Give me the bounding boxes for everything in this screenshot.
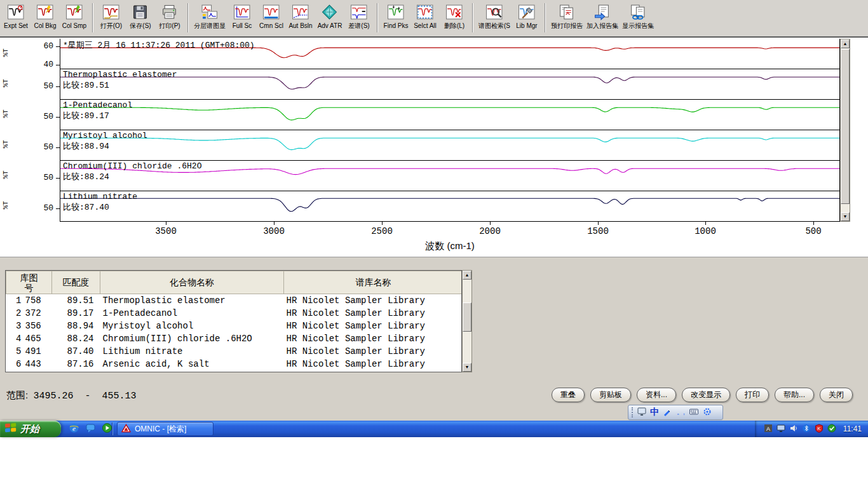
help-button[interactable]: 帮助...	[775, 388, 814, 402]
toolbar-button-select-all[interactable]: Selct All	[410, 2, 440, 30]
x-axis-tick-label: 1000	[695, 226, 716, 236]
media-player-icon[interactable]	[102, 423, 112, 435]
handwriting-pen-icon[interactable]	[662, 407, 672, 419]
scroll-down-button[interactable]: ▼	[463, 363, 471, 372]
toolbar-button-advanced-atr[interactable]: Adv ATR	[315, 2, 344, 30]
spectrum-match-score: 比较:87.40	[63, 201, 109, 213]
result-row-4[interactable]: 446588.24Chromium(III) chloride .6H2OHR …	[6, 332, 463, 345]
toolbar-button-subtract[interactable]: 差谱(S)	[344, 2, 374, 30]
clipboard-button[interactable]: 剪贴板	[590, 388, 631, 402]
results-table: 库图号匹配度化合物名称谱库名称175889.51Thermoplastic el…	[6, 271, 462, 372]
toolbar-button-label: 显示报告集	[622, 22, 654, 29]
antivirus-icon[interactable]: K	[815, 424, 824, 435]
find-peaks-icon	[388, 3, 404, 22]
spectrum-pane-3[interactable]: 1-Pentadecanol比较:89.17	[60, 100, 839, 130]
toolbar-button-collect-sample[interactable]: Col Smp	[60, 2, 89, 30]
chinese-mode-indicator[interactable]: 中	[650, 407, 659, 418]
messenger-icon[interactable]	[85, 423, 96, 435]
internet-explorer-icon[interactable]: e	[69, 423, 79, 435]
start-button[interactable]: 开始	[0, 421, 61, 437]
result-row-5[interactable]: 549187.40Lithium nitrateHR Nicolet Sampl…	[6, 345, 463, 358]
toolbar-button-delete[interactable]: 删除(L)	[440, 2, 469, 30]
header-library-id[interactable]: 库图号	[6, 271, 52, 294]
result-library-name: HR Nicolet Sampler Library	[284, 345, 463, 358]
quick-launch-area: e	[65, 421, 116, 437]
taskbar-clock[interactable]: 11:41	[843, 424, 862, 433]
toolbar-button-experiment-setup[interactable]: Expt Set	[1, 2, 31, 30]
close-button[interactable]: 关闭	[820, 388, 853, 402]
spectrum-pane-4[interactable]: Myristoyl alcohol比较:88.94	[60, 130, 839, 161]
toolbar-button-collect-background[interactable]: Col Bkg	[31, 2, 60, 30]
taskbar: 开始 e OMNIC - [检索] AK11:41	[0, 421, 868, 437]
toolbar-button-library-manager[interactable]: Lib Mgr	[512, 2, 541, 30]
x-axis-tick-label: 3000	[263, 226, 285, 236]
print-button[interactable]: 打印	[736, 388, 769, 402]
preview-report-icon	[559, 3, 575, 22]
toolbar-button-auto-baseline[interactable]: Aut Bsln	[286, 2, 315, 30]
header-match-score[interactable]: 匹配度	[52, 271, 100, 294]
toolbar-button-save[interactable]: 保存(S)	[126, 2, 155, 30]
result-library-id: 331	[23, 370, 52, 373]
language-bar-grip[interactable]	[632, 407, 634, 417]
y-axis-tick-label: 50	[43, 112, 53, 121]
y-axis-unit-label: %T	[2, 109, 10, 118]
print-icon	[161, 3, 178, 22]
spectrum-title: Myristoyl alcohol	[63, 131, 147, 140]
toolbar-button-find-peaks[interactable]: Find Pks	[381, 2, 410, 30]
spectrum-axis-labels: %T50	[0, 69, 60, 100]
toolbar-button-stacked-spectra[interactable]: 分层谱图显	[192, 2, 227, 30]
toolbar-button-library-search[interactable]: 谱图检索(S	[477, 2, 512, 30]
results-table-container: 库图号匹配度化合物名称谱库名称175889.51Thermoplastic el…	[5, 270, 462, 372]
input-method-icon[interactable]	[637, 407, 647, 419]
scroll-down-button[interactable]: ▼	[841, 212, 850, 221]
svg-text:e: e	[72, 424, 76, 432]
header-compound-name[interactable]: 化合物名称	[100, 271, 284, 294]
spectrum-axis-labels: %T50	[0, 161, 60, 191]
result-row-3[interactable]: 335688.94Myristoyl alcoholHR Nicolet Sam…	[6, 320, 463, 332]
main-toolbar: Expt SetCol BkgCol Smp打开(O)保存(S)打印(P)分层谱…	[0, 0, 868, 37]
language-bar[interactable]: 中。,	[628, 405, 723, 420]
taskbar-task-omnic[interactable]: OMNIC - [检索]	[117, 422, 214, 436]
punctuation-icon[interactable]: 。,	[675, 407, 686, 419]
spectrum-pane-1[interactable]: *星期三 2月 16 11:37:26 2011 (GMT+08:00)	[60, 39, 839, 69]
scroll-up-button[interactable]: ▲	[841, 39, 850, 48]
toolbar-button-print[interactable]: 打印(P)	[155, 2, 184, 30]
spectrum-pane-5[interactable]: Chromium(III) chloride .6H2O比较:88.24	[60, 161, 839, 191]
result-row-1[interactable]: 175889.51Thermoplastic elastomerHR Nicol…	[6, 294, 463, 307]
spectrum-pane-2[interactable]: Thermoplastic elastomer比较:89.51	[60, 69, 839, 100]
stack-button[interactable]: 重叠	[552, 388, 585, 402]
change-display-button[interactable]: 改变显示	[682, 388, 730, 402]
scroll-up-button[interactable]: ▲	[463, 271, 471, 280]
result-row-6[interactable]: 644387.16Arsenic acid, K saltHR Nicolet …	[6, 358, 463, 370]
header-library-name[interactable]: 谱库名称	[284, 271, 463, 294]
data-button[interactable]: 资料...	[637, 388, 676, 402]
scroll-thumb[interactable]	[841, 49, 850, 204]
toolbar-button-add-to-report[interactable]: 加入报告集	[585, 2, 620, 30]
collect-background-icon	[37, 3, 53, 22]
result-library-id: 491	[23, 345, 52, 358]
toolbar-button-label: Aut Bsln	[288, 22, 312, 29]
result-row-2[interactable]: 237289.171-PentadecanolHR Nicolet Sample…	[6, 307, 463, 320]
soft-keyboard-icon[interactable]	[689, 407, 699, 419]
toolbar-button-show-report[interactable]: 显示报告集	[620, 2, 656, 30]
spectra-vertical-scrollbar[interactable]: ▲ ▼	[840, 39, 850, 222]
toolbar-button-common-scale[interactable]: Cmn Scl	[257, 2, 286, 30]
volume-icon[interactable]	[789, 424, 798, 435]
result-row-7[interactable]: 733187.09OctadecanolHR Nicolet Sampler L…	[6, 370, 463, 373]
toolbar-button-full-scale[interactable]: Full Sc	[227, 2, 257, 30]
spectrum-pane-6[interactable]: Lithium nitrate比较:87.40	[60, 191, 839, 222]
toolbar-button-preview-report[interactable]: 预打印报告	[549, 2, 585, 30]
scroll-thumb[interactable]	[463, 302, 471, 332]
ime-indicator-icon[interactable]: A	[764, 424, 773, 435]
range-label: 范围:	[6, 390, 28, 400]
security-center-icon[interactable]	[827, 424, 836, 435]
x-axis-tick	[382, 222, 383, 225]
y-axis-tick-label: 40	[43, 60, 53, 69]
display-icon[interactable]	[776, 424, 785, 435]
bluetooth-icon[interactable]	[802, 424, 811, 435]
toolbar-button-open[interactable]: 打开(O)	[97, 2, 126, 30]
svg-text:K: K	[817, 426, 821, 431]
table-vertical-scrollbar[interactable]: ▲ ▼	[462, 270, 472, 372]
options-gear-icon[interactable]	[702, 407, 712, 419]
result-library-id: 465	[23, 332, 52, 345]
